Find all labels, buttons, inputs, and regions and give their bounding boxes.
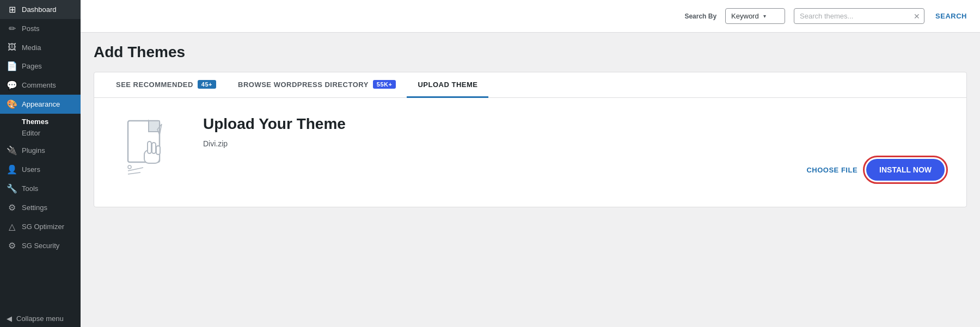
tools-icon: 🔧	[7, 183, 17, 194]
top-bar: Search By Keyword ▾ ✕ SEARCH	[81, 0, 980, 33]
tab-wordpress-directory[interactable]: BROWSE WORDPRESS DIRECTORY 55K+	[227, 72, 407, 98]
sidebar-item-settings[interactable]: ⚙ Settings	[0, 198, 81, 217]
sidebar-item-label: Comments	[22, 81, 56, 89]
media-icon: 🖼	[7, 42, 17, 52]
sidebar-item-sg-security[interactable]: ⚙ SG Security	[0, 236, 81, 255]
collapse-menu-button[interactable]: ◀ Collapse menu	[0, 310, 81, 327]
sidebar-item-label: Plugins	[22, 146, 45, 155]
upload-area: Upload Your Theme Divi.zip CHOOSE FILE I…	[94, 98, 966, 207]
plugins-icon: 🔌	[7, 145, 17, 156]
appearance-icon: 🎨	[7, 99, 17, 109]
sg-optimizer-icon: △	[7, 221, 17, 232]
sidebar-item-label: SG Optimizer	[22, 223, 64, 231]
upload-icon-container	[116, 115, 181, 181]
choose-file-button[interactable]: CHOOSE FILE	[806, 166, 857, 174]
sg-security-icon: ⚙	[7, 240, 17, 251]
upload-title: Upload Your Theme	[203, 115, 945, 133]
sidebar: ⊞ Dashboard ✏ Posts 🖼 Media 📄 Pages 💬 Co…	[0, 0, 81, 327]
sidebar-item-dashboard[interactable]: ⊞ Dashboard	[0, 0, 81, 19]
svg-line-8	[128, 168, 143, 171]
sidebar-item-label: Tools	[22, 184, 38, 193]
sidebar-submenu-appearance: Themes Editor	[0, 114, 81, 141]
tab-label: BROWSE WORDPRESS DIRECTORY	[238, 81, 369, 89]
sidebar-item-media[interactable]: 🖼 Media	[0, 38, 81, 57]
sidebar-item-label: Pages	[22, 62, 42, 70]
sidebar-item-label: SG Security	[22, 242, 59, 250]
sidebar-item-plugins[interactable]: 🔌 Plugins	[0, 141, 81, 160]
users-icon: 👤	[7, 164, 17, 175]
sidebar-item-label: Users	[22, 165, 40, 174]
svg-rect-3	[148, 141, 151, 153]
posts-icon: ✏	[7, 23, 17, 34]
pages-icon: 📄	[7, 61, 17, 71]
upload-filename: Divi.zip	[203, 139, 945, 148]
tab-label: UPLOAD THEME	[418, 81, 477, 89]
sidebar-item-label: Posts	[22, 24, 40, 33]
sidebar-item-appearance[interactable]: 🎨 Appearance	[0, 95, 81, 114]
sidebar-item-label: Appearance	[22, 100, 60, 108]
search-by-value: Keyword	[731, 12, 759, 20]
upload-content: Upload Your Theme Divi.zip CHOOSE FILE I…	[203, 115, 945, 181]
search-by-select[interactable]: Keyword ▾	[725, 8, 785, 24]
svg-line-9	[128, 172, 140, 174]
tabs-card: SEE RECOMMENDED 45+ BROWSE WORDPRESS DIR…	[94, 72, 967, 207]
collapse-label: Collapse menu	[16, 314, 64, 323]
svg-rect-4	[152, 143, 156, 153]
page-title: Add Themes	[94, 44, 967, 61]
settings-icon: ⚙	[7, 202, 17, 213]
install-now-button[interactable]: INSTALL NOW	[866, 159, 945, 181]
search-button[interactable]: SEARCH	[933, 9, 969, 23]
tab-badge-directory: 55K+	[373, 80, 396, 89]
tab-see-recommended[interactable]: SEE RECOMMENDED 45+	[105, 72, 227, 98]
sidebar-item-label: Dashboard	[22, 5, 57, 14]
upload-actions: CHOOSE FILE INSTALL NOW	[203, 148, 945, 181]
sidebar-item-label: Settings	[22, 203, 47, 212]
main-content: Search By Keyword ▾ ✕ SEARCH Add Themes …	[81, 0, 980, 327]
tab-label: SEE RECOMMENDED	[116, 81, 193, 89]
page-area: Add Themes SEE RECOMMENDED 45+ BROWSE WO…	[81, 33, 980, 218]
sidebar-item-pages[interactable]: 📄 Pages	[0, 57, 81, 76]
collapse-icon: ◀	[7, 314, 12, 323]
search-by-label: Search By	[684, 13, 716, 20]
tab-badge-recommended: 45+	[198, 80, 216, 89]
tab-upload-theme[interactable]: UPLOAD THEME	[407, 73, 488, 98]
sidebar-item-comments[interactable]: 💬 Comments	[0, 76, 81, 95]
sidebar-item-themes[interactable]: Themes	[22, 116, 81, 127]
tabs-bar: SEE RECOMMENDED 45+ BROWSE WORDPRESS DIR…	[94, 72, 966, 98]
svg-point-7	[128, 165, 131, 169]
dashboard-icon: ⊞	[7, 4, 17, 15]
search-input[interactable]	[794, 8, 924, 24]
search-input-wrapper: ✕	[794, 8, 924, 24]
clear-search-icon[interactable]: ✕	[914, 12, 920, 21]
sidebar-item-tools[interactable]: 🔧 Tools	[0, 179, 81, 198]
sidebar-item-editor[interactable]: Editor	[22, 127, 81, 139]
sidebar-item-sg-optimizer[interactable]: △ SG Optimizer	[0, 217, 81, 236]
svg-rect-5	[156, 146, 160, 155]
sidebar-item-users[interactable]: 👤 Users	[0, 160, 81, 179]
upload-theme-icon	[116, 115, 181, 181]
sidebar-item-posts[interactable]: ✏ Posts	[0, 19, 81, 38]
comments-icon: 💬	[7, 80, 17, 90]
sidebar-item-label: Media	[22, 44, 41, 52]
chevron-down-icon: ▾	[763, 13, 766, 19]
